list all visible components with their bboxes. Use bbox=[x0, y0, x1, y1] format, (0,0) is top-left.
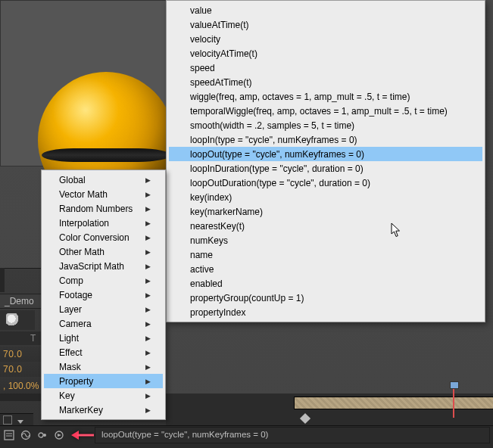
menu-item-label: Other Math bbox=[59, 247, 105, 257]
dropdown-icon[interactable] bbox=[17, 416, 23, 422]
svg-rect-1 bbox=[5, 431, 14, 440]
submenu-arrow-icon: ▶ bbox=[145, 191, 151, 198]
submenu-item-label: loopInDuration(type = "cycle", duration … bbox=[190, 163, 364, 174]
menu-item-other-math[interactable]: Other Math▶ bbox=[44, 244, 163, 259]
expression-graph-icon[interactable] bbox=[20, 429, 32, 441]
submenu-item[interactable]: velocity bbox=[169, 32, 482, 46]
submenu-arrow-icon: ▶ bbox=[145, 306, 151, 313]
submenu-arrow-icon: ▶ bbox=[145, 234, 151, 241]
submenu-item-label: velocity bbox=[190, 34, 220, 45]
submenu-item[interactable]: wiggle(freq, amp, octaves = 1, amp_mult … bbox=[169, 89, 482, 104]
menu-item-label: Light bbox=[59, 333, 79, 344]
submenu-item[interactable]: loopIn(type = "cycle", numKeyframes = 0) bbox=[169, 132, 482, 147]
submenu-item-label: key(markerName) bbox=[190, 207, 263, 217]
submenu-item-label: loopOut(type = "cycle", numKeyframes = 0… bbox=[190, 149, 364, 160]
menu-item-global[interactable]: Global▶ bbox=[44, 173, 163, 187]
brush-icon[interactable] bbox=[6, 313, 20, 327]
expression-input[interactable]: loopOut(type = "cycle", numKeyframes = 0… bbox=[95, 427, 490, 443]
submenu-arrow-icon: ▶ bbox=[145, 263, 151, 270]
submenu-item[interactable]: velocityAtTime(t) bbox=[169, 46, 482, 61]
submenu-arrow-icon: ▶ bbox=[145, 406, 151, 414]
menu-item-label: JavaScript Math bbox=[59, 261, 124, 272]
submenu-item[interactable]: loopInDuration(type = "cycle", duration … bbox=[169, 161, 482, 176]
submenu-item[interactable]: temporalWiggle(freq, amp, octaves = 1, a… bbox=[169, 104, 482, 118]
submenu-item[interactable]: name bbox=[169, 247, 482, 262]
menu-item-label: Mask bbox=[59, 362, 81, 372]
submenu-item[interactable]: value bbox=[169, 3, 482, 17]
svg-point-5 bbox=[39, 433, 43, 437]
current-time-indicator[interactable] bbox=[453, 384, 454, 418]
submenu-item[interactable]: speed bbox=[169, 61, 482, 75]
svg-marker-8 bbox=[58, 434, 61, 437]
expression-controls bbox=[0, 428, 95, 442]
submenu-item[interactable]: nearestKey(t) bbox=[169, 219, 482, 233]
menu-item-label: Vector Math bbox=[59, 189, 108, 200]
expression-pickwhip-icon[interactable] bbox=[36, 429, 48, 441]
submenu-item[interactable]: loopOutDuration(type = "cycle", duration… bbox=[169, 176, 482, 190]
timeline-ruler: T bbox=[0, 331, 41, 345]
menu-item-color-conversion[interactable]: Color Conversion▶ bbox=[44, 230, 163, 244]
submenu-item-label: propertyIndex bbox=[190, 307, 245, 318]
submenu-item-label: key(index) bbox=[190, 192, 232, 203]
submenu-item-label: velocityAtTime(t) bbox=[190, 48, 257, 59]
submenu-item-label: numKeys bbox=[190, 235, 228, 246]
submenu-item[interactable]: numKeys bbox=[169, 233, 482, 247]
submenu-arrow-icon: ▶ bbox=[145, 248, 151, 256]
submenu-item-label: propertyGroup(countUp = 1) bbox=[190, 293, 304, 303]
menu-item-footage[interactable]: Footage▶ bbox=[44, 288, 163, 302]
expression-language-menu-icon[interactable] bbox=[53, 429, 65, 441]
menu-item-comp[interactable]: Comp▶ bbox=[44, 273, 163, 288]
menu-item-property[interactable]: Property▶ bbox=[44, 374, 163, 388]
submenu-item-label: valueAtTime(t) bbox=[190, 20, 249, 30]
property-value-row-3[interactable]: , 100.0% bbox=[0, 377, 41, 395]
submenu-item[interactable]: speedAtTime(t) bbox=[169, 75, 482, 89]
menu-item-label: Random Numbers bbox=[59, 204, 133, 214]
menu-item-markerkey[interactable]: MarkerKey▶ bbox=[44, 403, 163, 417]
submenu-item[interactable]: propertyGroup(countUp = 1) bbox=[169, 291, 482, 305]
svg-marker-0 bbox=[17, 420, 23, 424]
expression-toggle-icon[interactable] bbox=[3, 429, 15, 441]
property-value-row-2[interactable]: 70.0 bbox=[0, 362, 41, 377]
submenu-item[interactable]: enabled bbox=[169, 276, 482, 291]
submenu-item[interactable]: loopOut(type = "cycle", numKeyframes = 0… bbox=[169, 147, 482, 161]
submenu-arrow-icon: ▶ bbox=[145, 176, 151, 184]
submenu-arrow-icon: ▶ bbox=[145, 334, 151, 342]
property-value-row-1[interactable]: 70.0 bbox=[0, 347, 41, 362]
submenu-item[interactable]: key(markerName) bbox=[169, 204, 482, 219]
submenu-arrow-icon: ▶ bbox=[145, 378, 151, 385]
submenu-item-label: smooth(width = .2, samples = 5, t = time… bbox=[190, 120, 354, 131]
submenu-item-label: loopIn(type = "cycle", numKeyframes = 0) bbox=[190, 135, 357, 145]
menu-item-effect[interactable]: Effect▶ bbox=[44, 345, 163, 359]
submenu-item[interactable]: smooth(width = .2, samples = 5, t = time… bbox=[169, 118, 482, 132]
panel-edge bbox=[0, 268, 5, 292]
menu-item-layer[interactable]: Layer▶ bbox=[44, 302, 163, 316]
layer-duration-bar[interactable] bbox=[294, 397, 493, 409]
submenu-item-label: name bbox=[190, 250, 213, 260]
menu-item-label: Layer bbox=[59, 304, 82, 315]
menu-item-label: Footage bbox=[59, 290, 92, 300]
menu-item-label: MarkerKey bbox=[59, 405, 103, 415]
toggle-switches-box[interactable] bbox=[3, 415, 12, 425]
submenu-property: valuevalueAtTime(t)velocityvelocityAtTim… bbox=[166, 0, 485, 322]
submenu-item[interactable]: active bbox=[169, 262, 482, 276]
submenu-arrow-icon: ▶ bbox=[145, 277, 151, 285]
menu-item-random-numbers[interactable]: Random Numbers▶ bbox=[44, 201, 163, 216]
submenu-item-label: speedAtTime(t) bbox=[190, 77, 252, 88]
submenu-item-label: temporalWiggle(freq, amp, octaves = 1, a… bbox=[190, 106, 448, 117]
menu-item-vector-math[interactable]: Vector Math▶ bbox=[44, 187, 163, 201]
submenu-item[interactable]: key(index) bbox=[169, 190, 482, 204]
submenu-arrow-icon: ▶ bbox=[145, 363, 151, 371]
submenu-item[interactable]: propertyIndex bbox=[169, 305, 482, 319]
menu-item-interpolation[interactable]: Interpolation▶ bbox=[44, 216, 163, 230]
submenu-item[interactable]: valueAtTime(t) bbox=[169, 17, 482, 32]
annotation-arrow-icon bbox=[70, 428, 95, 442]
menu-item-camera[interactable]: Camera▶ bbox=[44, 316, 163, 331]
submenu-arrow-icon: ▶ bbox=[145, 205, 151, 213]
menu-item-mask[interactable]: Mask▶ bbox=[44, 359, 163, 374]
submenu-item-label: loopOutDuration(type = "cycle", duration… bbox=[190, 178, 370, 188]
timeline-tab[interactable]: _Demo bbox=[0, 294, 42, 309]
menu-item-key[interactable]: Key▶ bbox=[44, 388, 163, 403]
menu-item-javascript-math[interactable]: JavaScript Math▶ bbox=[44, 259, 163, 273]
menu-item-label: Camera bbox=[59, 319, 92, 329]
menu-item-light[interactable]: Light▶ bbox=[44, 331, 163, 345]
